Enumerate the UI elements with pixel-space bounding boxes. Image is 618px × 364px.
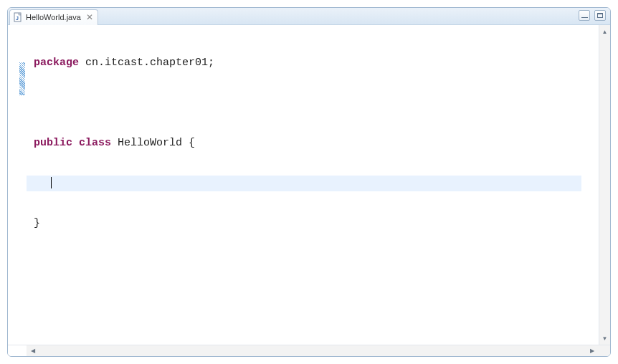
scroll-up-icon[interactable]: ▲	[599, 27, 610, 37]
code-text: HelloWorld {	[111, 137, 195, 149]
gutter-spacer	[8, 345, 27, 356]
code-line-1: package cn.itcast.chapter01;	[27, 55, 599, 71]
tab-filename: HelloWorld.java	[26, 13, 81, 21]
scroll-right-icon[interactable]: ▶	[587, 348, 597, 354]
code-text: cn.itcast.chapter01;	[79, 57, 214, 69]
code-area[interactable]: package cn.itcast.chapter01; public clas…	[27, 25, 599, 345]
code-line-3: public class HelloWorld {	[27, 135, 599, 151]
scroll-down-icon[interactable]: ▼	[599, 333, 610, 343]
svg-text:J: J	[16, 16, 19, 21]
vertical-scrollbar[interactable]: ▲ ▼	[599, 25, 610, 345]
close-tab-icon[interactable]: ✕	[86, 12, 93, 22]
horizontal-scrollbar[interactable]: ◀ ▶	[27, 348, 599, 354]
java-file-icon: J	[13, 12, 23, 22]
keyword-package: package	[34, 57, 79, 69]
panel-controls	[579, 10, 606, 21]
tab-bar: J HelloWorld.java ✕	[8, 8, 610, 25]
gutter	[8, 25, 27, 345]
file-tab[interactable]: J HelloWorld.java ✕	[9, 9, 98, 25]
text-cursor	[51, 177, 52, 188]
minimize-button[interactable]	[579, 10, 590, 21]
fold-marker[interactable]	[19, 62, 25, 95]
code-line-2	[27, 95, 599, 111]
code-line-5: }	[27, 216, 599, 231]
code-line-4-current	[27, 176, 581, 191]
maximize-button[interactable]	[594, 10, 606, 21]
editor-panel: J HelloWorld.java ✕ package cn.itcast.ch…	[7, 7, 611, 357]
keyword-class: class	[72, 137, 111, 149]
scroll-corner	[599, 345, 610, 356]
horizontal-scrollbar-row: ◀ ▶	[8, 345, 610, 356]
editor-body: package cn.itcast.chapter01; public clas…	[8, 25, 610, 345]
keyword-public: public	[34, 137, 72, 149]
scroll-left-icon[interactable]: ◀	[28, 348, 38, 354]
